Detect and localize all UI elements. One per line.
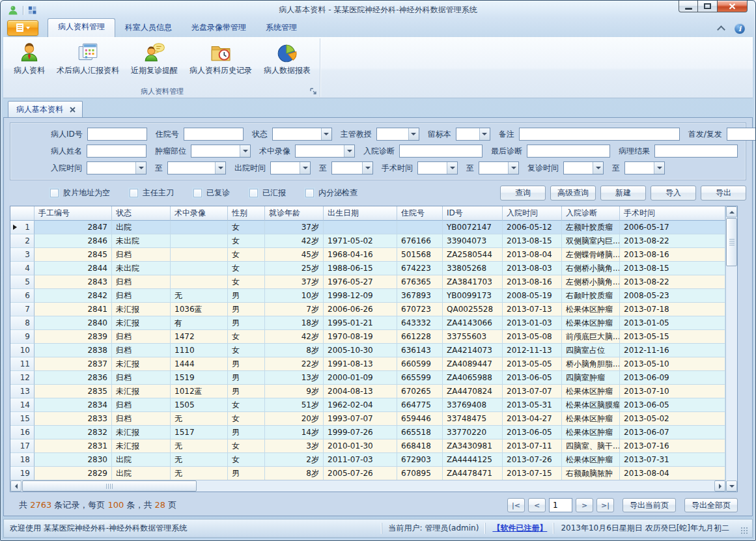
dropdown-arrow-icon[interactable] <box>479 128 490 140</box>
table-row[interactable]: 162832未汇报1517男14岁1999-07-266655183377022… <box>10 426 725 439</box>
vertical-scrollbar[interactable] <box>725 206 737 492</box>
application-menu-button[interactable] <box>7 20 38 36</box>
table-cell-manual-number[interactable]: 2835 <box>35 385 112 398</box>
table-cell-admission-number[interactable]: 674223 <box>397 262 443 275</box>
table-cell-admission-date[interactable]: 2013-07-15 <box>503 467 562 480</box>
table-cell-manual-number[interactable]: 2838 <box>35 344 112 357</box>
checkbox[interactable] <box>193 189 202 197</box>
scroll-left-icon[interactable] <box>10 480 21 492</box>
table-cell-gender[interactable]: 女 <box>228 439 265 453</box>
table-cell-id-number[interactable]: QA0025528 <box>443 303 503 316</box>
row-header-cell[interactable]: 15 <box>10 412 35 426</box>
table-cell-birth-date[interactable]: 2005-07-26 <box>324 467 397 480</box>
column-header-status[interactable]: 状态 <box>112 206 171 221</box>
table-cell-admission-diagnosis[interactable]: 右颞叶胶质瘤 <box>562 289 620 303</box>
table-cell-admission-diagnosis[interactable]: 松果体区肿瘤 <box>562 385 620 398</box>
table-cell-manual-number[interactable]: 2846 <box>35 234 112 248</box>
table-cell-surgery-date[interactable]: 2013-06-07 <box>620 426 725 439</box>
table-cell-gender[interactable]: 女 <box>228 248 265 262</box>
table-cell-admission-date[interactable]: 2013-07-13 <box>503 303 562 316</box>
first-page-button[interactable]: |< <box>507 498 525 512</box>
row-header-cell[interactable]: 13 <box>10 385 35 398</box>
table-row[interactable]: 62842归档无男10岁1998-12-09367893YB0099173200… <box>10 289 725 303</box>
table-cell-age-at-visit[interactable]: 25岁 <box>265 262 324 275</box>
remarks-input[interactable] <box>519 128 680 141</box>
table-cell-surgery-date[interactable]: 2013-08-22 <box>620 275 725 289</box>
table-cell-status[interactable]: 出院 <box>112 221 171 234</box>
final-diagnosis-input[interactable] <box>527 145 610 158</box>
table-cell-intraop-video[interactable]: 1505 <box>171 398 228 412</box>
checkbox[interactable] <box>50 189 59 197</box>
table-cell-admission-date[interactable]: 2013-08-15 <box>503 234 562 248</box>
table-cell-admission-date[interactable]: 2013-06-05 <box>503 426 562 439</box>
row-header-cell[interactable]: 19 <box>10 467 35 480</box>
table-cell-surgery-date[interactable]: 2013-01-05 <box>620 316 725 330</box>
table-cell-gender[interactable]: 男 <box>228 316 265 330</box>
row-header-cell[interactable]: 3 <box>10 248 35 262</box>
table-cell-gender[interactable]: 女 <box>228 344 265 357</box>
table-row[interactable]: 42844未出院女25岁1988-06-15674223338052682013… <box>10 262 725 275</box>
table-cell-surgery-date[interactable]: 2008-05-23 <box>620 289 725 303</box>
collapse-ribbon-icon[interactable] <box>717 25 725 34</box>
table-cell-admission-number[interactable]: 661228 <box>397 330 443 344</box>
scroll-down-icon[interactable] <box>726 480 737 492</box>
table-cell-admission-number[interactable]: 665518 <box>397 426 443 439</box>
row-header-cell[interactable]: 14 <box>10 398 35 412</box>
table-cell-birth-date[interactable]: 1993-07-07 <box>324 412 397 426</box>
history-records-button[interactable]: 病人资料历史记录 <box>184 40 258 77</box>
table-cell-surgery-date[interactable]: 2013-08-15 <box>620 262 725 275</box>
table-cell-admission-diagnosis[interactable]: 四脑室占位 <box>562 344 620 357</box>
row-header-cell[interactable]: 5 <box>10 275 35 289</box>
table-cell-birth-date[interactable]: 2000-01-09 <box>324 371 397 385</box>
table-cell-id-number[interactable]: 33755603 <box>443 330 503 344</box>
table-cell-gender[interactable]: 女 <box>228 234 265 248</box>
table-cell-status[interactable]: 归档 <box>112 330 171 344</box>
row-header-cell[interactable]: 16 <box>10 426 35 439</box>
table-cell-gender[interactable]: 女 <box>228 275 265 289</box>
table-cell-manual-number[interactable]: 2830 <box>35 453 112 467</box>
table-cell-gender[interactable]: 女 <box>228 398 265 412</box>
row-header-cell[interactable]: 18 <box>10 453 35 467</box>
resize-grip[interactable] <box>740 526 748 534</box>
table-cell-admission-diagnosis[interactable]: 四脑室肿瘤 <box>562 371 620 385</box>
table-cell-id-number[interactable]: 33805268 <box>443 262 503 275</box>
table-cell-surgery-date[interactable]: 2013-07-16 <box>620 439 725 453</box>
table-cell-intraop-video[interactable] <box>171 275 228 289</box>
table-cell-id-number[interactable]: 33769408 <box>443 398 503 412</box>
table-cell-birth-date[interactable]: 1991-08-13 <box>324 357 397 371</box>
admission-date-to-combo[interactable] <box>167 161 226 174</box>
table-cell-admission-date[interactable]: 2013-05-31 <box>503 398 562 412</box>
table-cell-status[interactable]: 出院 <box>112 453 171 467</box>
table-cell-age-at-visit[interactable]: 45岁 <box>265 248 324 262</box>
table-row[interactable]: 192829出院无男8岁2005-07-26670895ZA4478471201… <box>10 467 725 480</box>
row-header-cell[interactable]: 6 <box>10 289 35 303</box>
table-cell-birth-date[interactable] <box>324 221 397 234</box>
table-cell-manual-number[interactable]: 2840 <box>35 316 112 330</box>
info-icon[interactable]: i <box>735 23 745 34</box>
table-cell-admission-diagnosis[interactable]: 左侧蝶骨嵴脑... <box>562 248 620 262</box>
checkbox-field-chief-surgeon-operated[interactable]: 主任主刀 <box>130 187 174 199</box>
table-cell-status[interactable]: 归档 <box>112 412 171 426</box>
revisit-reminder-button[interactable]: 近期复诊提醒 <box>125 40 184 77</box>
table-cell-admission-date[interactable]: 2013-05-05 <box>503 357 562 371</box>
table-cell-surgery-date[interactable]: 2013-05-02 <box>620 412 725 426</box>
row-header-cell[interactable]: 7 <box>10 303 35 316</box>
column-header-admission-date[interactable]: 入院时间 <box>503 206 562 221</box>
table-row[interactable]: 72841未汇报1036蓝男7岁2006-06-26670723QA002552… <box>10 303 725 316</box>
table-row[interactable]: 142834归档1505女51岁1962-02-0466477533769408… <box>10 398 725 412</box>
row-header-cell[interactable]: 8 <box>10 316 35 330</box>
table-cell-age-at-visit[interactable]: 37岁 <box>265 221 324 234</box>
table-cell-surgery-date[interactable]: 2013-05-15 <box>620 330 725 344</box>
vertical-scroll-thumb[interactable] <box>726 218 737 266</box>
table-cell-status[interactable]: 未出院 <box>112 234 171 248</box>
table-cell-intraop-video[interactable]: 1519 <box>171 371 228 385</box>
table-cell-status[interactable]: 未汇报 <box>112 316 171 330</box>
table-cell-admission-number[interactable]: 672903 <box>397 453 443 467</box>
query-button[interactable]: 查询 <box>500 186 546 201</box>
ribbon-tab-department-staff-info[interactable]: 科室人员信息 <box>115 19 182 37</box>
table-cell-admission-date[interactable]: 2013-01-03 <box>503 316 562 330</box>
dropdown-arrow-icon[interactable] <box>344 145 354 157</box>
status-registered-link[interactable]: 【软件已注册】 <box>485 523 553 534</box>
table-cell-manual-number[interactable]: 2833 <box>35 412 112 426</box>
table-cell-surgery-date[interactable]: 2006-05-17 <box>620 221 725 234</box>
